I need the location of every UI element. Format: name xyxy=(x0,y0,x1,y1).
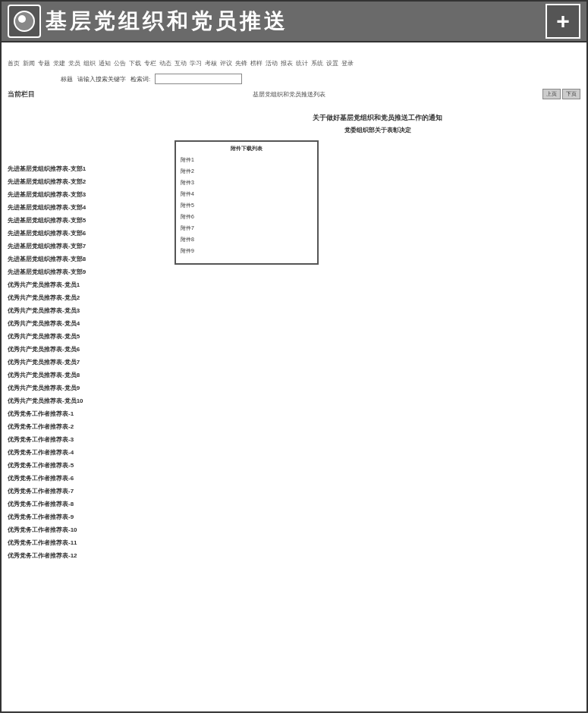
list-item[interactable]: 优秀共产党员推荐表-党员3 xyxy=(8,306,175,315)
list-item[interactable]: 先进基层党组织推荐表-支部6 xyxy=(8,229,175,237)
logo-badge xyxy=(8,5,41,38)
header-left: 基层党组织和党员推送 xyxy=(8,5,288,38)
attachment-item[interactable]: 附件3 xyxy=(181,179,313,187)
document-title: 关于做好基层党组织和党员推送工作的通知 xyxy=(175,113,580,123)
attachment-item[interactable]: 附件6 xyxy=(181,213,313,221)
attachment-item[interactable]: 附件7 xyxy=(181,225,313,232)
nav-item[interactable]: 先锋 xyxy=(235,60,247,67)
document-pane: 关于做好基层党组织和党员推送工作的通知 党委组织部关于表彰决定 附件下载列表 附… xyxy=(175,107,580,564)
content-block: 先进基层党组织推荐表-支部1先进基层党组织推荐表-支部2先进基层党组织推荐表-支… xyxy=(8,107,580,564)
page-frame: 首页新闻专题党建党员组织通知公告下载专栏动态互动学习考核评议先锋榜样活动报表统计… xyxy=(0,42,588,713)
list-item[interactable]: 优秀党务工作者推荐表-5 xyxy=(8,461,175,469)
list-caption: 基层党组织和党员推送列表 xyxy=(253,90,325,99)
attachment-item[interactable]: 附件4 xyxy=(181,190,313,198)
list-item[interactable]: 优秀共产党员推荐表-党员9 xyxy=(8,384,175,392)
nav-item[interactable]: 通知 xyxy=(99,60,111,67)
attachment-box: 附件下载列表 附件1附件2附件3附件4附件5附件6附件7附件8附件9 xyxy=(175,140,319,265)
nav-item[interactable]: 登录 xyxy=(341,60,354,67)
list-item[interactable]: 先进基层党组织推荐表-支部2 xyxy=(8,177,175,186)
nav-item[interactable]: 新闻 xyxy=(23,60,35,67)
list-item[interactable]: 优秀党务工作者推荐表-3 xyxy=(8,435,175,444)
nav-item[interactable]: 首页 xyxy=(8,60,20,67)
nav-item[interactable]: 活动 xyxy=(266,60,278,67)
document-subtitle: 党委组织部关于表彰决定 xyxy=(175,126,580,134)
pager: 上页 下页 xyxy=(542,89,580,99)
prev-page-button[interactable]: 上页 xyxy=(542,89,561,99)
nav-item[interactable]: 统计 xyxy=(296,60,308,67)
list-item[interactable]: 优秀党务工作者推荐表-11 xyxy=(8,539,175,547)
attachment-item[interactable]: 附件2 xyxy=(181,168,313,175)
list-item[interactable]: 优秀共产党员推荐表-党员1 xyxy=(8,281,175,289)
app-title: 基层党组织和党员推送 xyxy=(46,7,288,36)
nav-item[interactable]: 党员 xyxy=(68,60,80,67)
list-item[interactable]: 先进基层党组织推荐表-支部3 xyxy=(8,190,175,199)
list-item[interactable]: 优秀党务工作者推荐表-4 xyxy=(8,448,175,457)
nav-item[interactable]: 考核 xyxy=(205,60,217,67)
nav-item[interactable]: 组织 xyxy=(83,60,96,67)
nav-item[interactable]: 学习 xyxy=(190,60,202,67)
list-item[interactable]: 优秀党务工作者推荐表-2 xyxy=(8,422,175,431)
add-button[interactable]: + xyxy=(546,4,580,39)
list-item[interactable]: 优秀党务工作者推荐表-1 xyxy=(8,410,175,418)
list-item[interactable]: 优秀共产党员推荐表-党员6 xyxy=(8,345,175,353)
subnav-row: 当前栏目 基层党组织和党员推送列表 上页 下页 xyxy=(8,89,580,99)
attachment-item[interactable]: 附件8 xyxy=(181,236,313,243)
search-input[interactable] xyxy=(155,74,242,84)
list-item[interactable]: 优秀党务工作者推荐表-9 xyxy=(8,513,175,521)
nav-item[interactable]: 设置 xyxy=(326,60,338,67)
nav-item[interactable]: 专题 xyxy=(38,60,50,67)
list-item[interactable]: 优秀党务工作者推荐表-7 xyxy=(8,487,175,495)
list-item[interactable]: 优秀共产党员推荐表-党员8 xyxy=(8,371,175,379)
nav-item[interactable]: 榜样 xyxy=(250,60,263,67)
list-item[interactable]: 先进基层党组织推荐表-支部7 xyxy=(8,242,175,250)
nav-item[interactable]: 评议 xyxy=(220,60,232,67)
search-hint-right: 检索词: xyxy=(130,75,150,83)
next-page-button[interactable]: 下页 xyxy=(562,89,580,99)
nav-item[interactable]: 下载 xyxy=(129,60,141,67)
nav-item[interactable]: 互动 xyxy=(175,60,187,67)
nav-item[interactable]: 动态 xyxy=(159,60,171,67)
nav-item[interactable]: 专栏 xyxy=(144,60,156,67)
list-item[interactable]: 先进基层党组织推荐表-支部1 xyxy=(8,165,175,173)
search-row: 标题 请输入搜索关键字 检索词: xyxy=(61,74,580,84)
attachment-item[interactable]: 附件9 xyxy=(181,247,313,255)
nav-item[interactable]: 系统 xyxy=(311,60,323,67)
list-item[interactable]: 先进基层党组织推荐表-支部5 xyxy=(8,216,175,225)
list-item[interactable]: 优秀党务工作者推荐表-8 xyxy=(8,500,175,508)
list-item[interactable]: 优秀共产党员推荐表-党员2 xyxy=(8,294,175,302)
plus-icon: + xyxy=(556,8,570,34)
nav-item[interactable]: 党建 xyxy=(53,60,65,67)
list-item[interactable]: 先进基层党组织推荐表-支部4 xyxy=(8,203,175,212)
top-nav: 首页新闻专题党建党员组织通知公告下载专栏动态互动学习考核评议先锋榜样活动报表统计… xyxy=(8,59,580,68)
list-item[interactable]: 优秀共产党员推荐表-党员4 xyxy=(8,319,175,328)
nav-item[interactable]: 报表 xyxy=(281,60,293,67)
logo-icon xyxy=(14,11,35,32)
search-label: 请输入搜索关键字 xyxy=(77,75,126,83)
breadcrumb: 当前栏目 xyxy=(8,90,35,99)
list-item[interactable]: 优秀共产党员推荐表-党员5 xyxy=(8,332,175,341)
list-item[interactable]: 优秀共产党员推荐表-党员7 xyxy=(8,358,175,366)
attachment-caption: 附件下载列表 xyxy=(181,145,313,152)
list-item[interactable]: 先进基层党组织推荐表-支部8 xyxy=(8,255,175,263)
attachment-item[interactable]: 附件5 xyxy=(181,202,313,209)
list-item[interactable]: 优秀党务工作者推荐表-6 xyxy=(8,474,175,482)
list-item[interactable]: 优秀党务工作者推荐表-10 xyxy=(8,526,175,534)
list-item[interactable]: 优秀共产党员推荐表-党员10 xyxy=(8,397,175,405)
list-item[interactable]: 优秀党务工作者推荐表-12 xyxy=(8,551,175,560)
header-bar: 基层党组织和党员推送 + xyxy=(0,0,588,42)
attachment-item[interactable]: 附件1 xyxy=(181,156,313,164)
list-item[interactable]: 先进基层党组织推荐表-支部9 xyxy=(8,268,175,276)
article-list: 先进基层党组织推荐表-支部1先进基层党组织推荐表-支部2先进基层党组织推荐表-支… xyxy=(8,107,175,564)
search-hint-left: 标题 xyxy=(61,75,73,83)
nav-item[interactable]: 公告 xyxy=(114,60,126,67)
